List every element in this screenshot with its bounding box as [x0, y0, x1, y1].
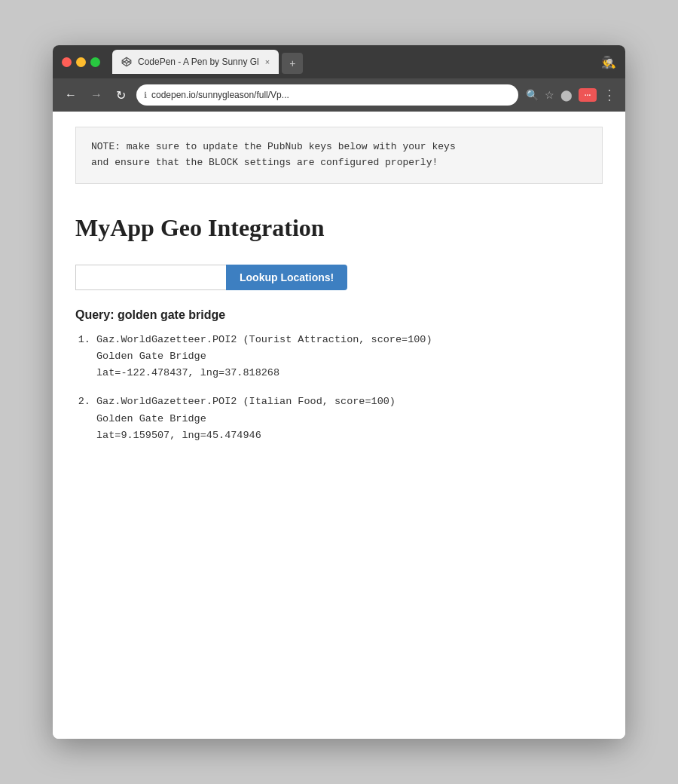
forward-button[interactable]: →: [87, 85, 105, 105]
title-bar: CodePen - A Pen by Sunny Gl × + 🕵: [53, 45, 625, 78]
back-button[interactable]: ←: [62, 85, 80, 105]
minimize-button[interactable]: [76, 57, 86, 67]
list-item: Gaz.WorldGazetteer.POI2 (Tourist Attract…: [96, 332, 603, 381]
menu-button[interactable]: ⋮: [603, 87, 616, 103]
profile-icon[interactable]: ⬤: [560, 89, 573, 101]
traffic-lights: [62, 57, 100, 67]
extensions-button[interactable]: ···: [579, 88, 597, 102]
address-bar: ← → ↻ ℹ codepen.io/sunnygleason/full/Vp.…: [53, 78, 625, 112]
query-label: Query: golden gate bridge: [75, 308, 603, 322]
page-content: NOTE: make sure to update the PubNub key…: [53, 112, 625, 739]
result-name-2: Golden Gate Bridge: [96, 412, 603, 427]
main-content: MyApp Geo Integration Lookup Locations! …: [53, 199, 625, 473]
note-line1: NOTE: make sure to update the PubNub key…: [91, 141, 456, 152]
results-list: Gaz.WorldGazetteer.POI2 (Tourist Attract…: [75, 332, 603, 444]
address-input-wrap[interactable]: ℹ codepen.io/sunnygleason/full/Vp...: [136, 84, 518, 106]
list-item: Gaz.WorldGazetteer.POI2 (Italian Food, s…: [96, 394, 603, 443]
result-coords-1: lat=-122.478437, lng=37.818268: [96, 366, 603, 381]
toolbar-right: 🕵: [601, 55, 616, 69]
tab-label: CodePen - A Pen by Sunny Gl: [138, 57, 259, 67]
tab-area: CodePen - A Pen by Sunny Gl × +: [112, 50, 595, 74]
refresh-button[interactable]: ↻: [113, 85, 129, 106]
url-display: codepen.io/sunnygleason/full/Vp...: [151, 90, 511, 100]
spy-icon: 🕵: [601, 55, 616, 69]
result-coords-2: lat=9.159507, lng=45.474946: [96, 428, 603, 443]
note-box: NOTE: make sure to update the PubNub key…: [75, 127, 603, 184]
search-input[interactable]: [75, 265, 226, 290]
lock-icon: ℹ: [144, 90, 147, 100]
search-row: Lookup Locations!: [75, 265, 603, 290]
result-name-1: Golden Gate Bridge: [96, 349, 603, 364]
close-button[interactable]: [62, 57, 72, 67]
active-tab[interactable]: CodePen - A Pen by Sunny Gl ×: [112, 50, 279, 74]
address-bar-icons: 🔍 ☆ ⬤ ··· ⋮: [526, 87, 616, 103]
browser-window: CodePen - A Pen by Sunny Gl × + 🕵 ← → ↻ …: [53, 45, 625, 739]
codepen-icon: [121, 57, 132, 67]
bookmark-icon[interactable]: ☆: [545, 89, 554, 101]
result-title-2: Gaz.WorldGazetteer.POI2 (Italian Food, s…: [96, 394, 603, 409]
note-line2: and ensure that the BLOCK settings are c…: [91, 157, 438, 168]
lookup-button[interactable]: Lookup Locations!: [226, 265, 347, 290]
search-icon[interactable]: 🔍: [526, 89, 539, 101]
new-tab-button[interactable]: +: [282, 53, 303, 74]
page-title: MyApp Geo Integration: [75, 214, 603, 242]
result-title-1: Gaz.WorldGazetteer.POI2 (Tourist Attract…: [96, 332, 603, 348]
maximize-button[interactable]: [90, 57, 100, 67]
tab-close-btn[interactable]: ×: [265, 57, 270, 66]
